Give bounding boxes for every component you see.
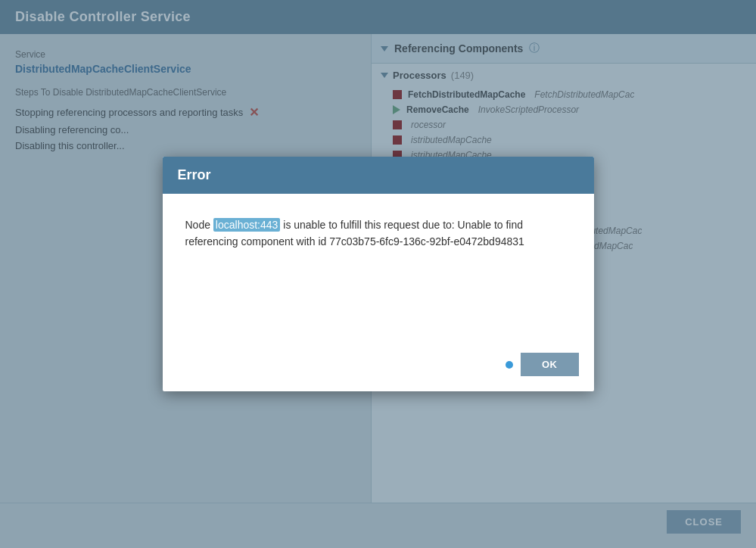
error-body-text1: Node: [185, 219, 210, 231]
spinner-icon: [506, 361, 513, 369]
error-overlay: Error Node localhost:443 is unable to fu…: [0, 0, 756, 548]
error-node-highlight: localhost:443: [213, 218, 281, 232]
ok-button[interactable]: OK: [521, 353, 579, 376]
error-dialog-body: Node localhost:443 is unable to fulfill …: [163, 194, 594, 345]
main-dialog: Disable Controller Service Service Distr…: [0, 0, 756, 548]
error-dialog: Error Node localhost:443 is unable to fu…: [163, 157, 594, 391]
error-dialog-footer: OK: [163, 345, 594, 391]
error-dialog-title: Error: [178, 167, 211, 182]
error-dialog-header: Error: [163, 157, 594, 194]
